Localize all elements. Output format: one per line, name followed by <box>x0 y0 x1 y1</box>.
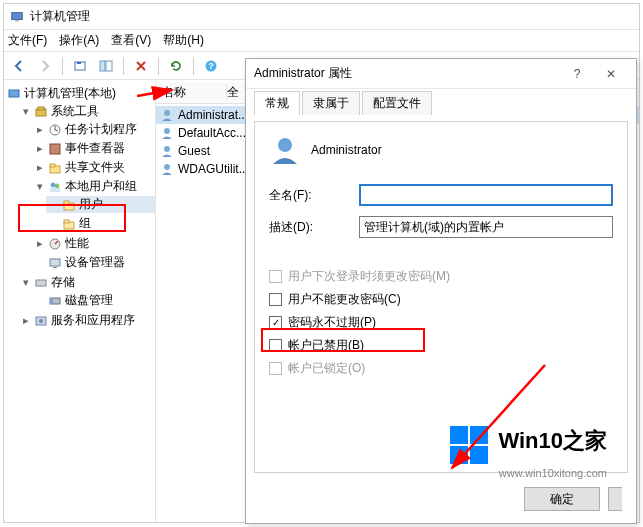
svg-line-35 <box>137 90 172 96</box>
annotation-arrows <box>0 0 643 527</box>
svg-line-36 <box>452 365 545 468</box>
